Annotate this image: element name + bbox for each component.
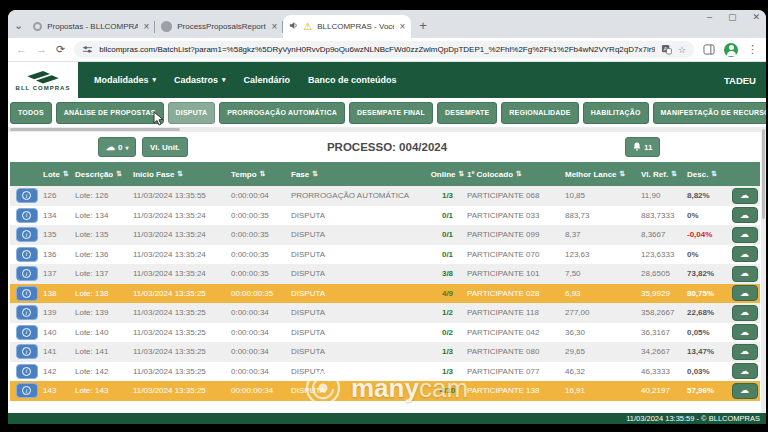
tab-close-icon[interactable]: × <box>271 21 277 32</box>
chat-count-button[interactable]: ☁ 0 ▾ <box>98 137 136 157</box>
cell-lote: 141 <box>40 347 72 356</box>
info-button[interactable]: i <box>16 266 38 281</box>
cell-fase: DISPUTA <box>288 269 428 278</box>
reload-icon[interactable]: ⟳ <box>56 44 65 55</box>
chat-button[interactable]: ☁ <box>732 383 758 399</box>
table-row[interactable]: i 136 Lote: 136 11/03/2024 13:35:24 0:00… <box>10 245 760 265</box>
address-bar-row: ← → ⟳ bllcompras.com/BatchList?param1=%5… <box>8 38 766 62</box>
cell-inicio-fase: 11/03/2024 13:35:25 <box>130 289 228 298</box>
browser-tab-propostas[interactable]: Propostas - BLLCOMPRAS × <box>27 15 155 38</box>
phase-tab-desempate-final[interactable]: DESEMPATE FINAL <box>349 102 433 124</box>
chat-button[interactable]: ☁ <box>732 227 758 243</box>
chat-button[interactable]: ☁ <box>732 363 758 379</box>
info-button[interactable]: i <box>16 227 38 242</box>
table-row[interactable]: i 142 Lote: 142 11/03/2024 13:35:25 0:00… <box>10 362 760 382</box>
info-button[interactable]: i <box>16 305 38 320</box>
vl-unit-button[interactable]: Vl. Unit. <box>142 137 188 157</box>
info-button[interactable]: i <box>16 344 38 359</box>
chat-button[interactable]: ☁ <box>732 246 758 262</box>
notifications-button[interactable]: 11 <box>625 137 660 157</box>
table-row[interactable]: i 135 Lote: 135 11/03/2024 13:35:24 0:00… <box>10 225 760 245</box>
chat-button[interactable]: ☁ <box>732 344 758 360</box>
status-bar: 11/03/2024 13:35:59 - © BLLCOMPRAS <box>8 413 766 424</box>
chat-button[interactable]: ☁ <box>732 305 758 321</box>
table-row[interactable]: i 139 Lote: 139 11/03/2024 13:35:25 0:00… <box>10 303 760 323</box>
side-panel-icon[interactable] <box>703 41 715 59</box>
nav-banco-de-conteudos[interactable]: Banco de conteúdos <box>308 75 397 85</box>
cell-vl-ref: 40,2197 <box>638 386 684 395</box>
info-button[interactable]: i <box>16 364 38 379</box>
phase-tab-desempate[interactable]: DESEMPATE <box>437 102 497 124</box>
phase-tab-disputa[interactable]: DISPUTA <box>168 102 216 124</box>
sort-icon: ⇅ <box>260 170 266 178</box>
col-header-online[interactable]: Online⇅ <box>428 170 464 179</box>
table-row[interactable]: i 137 Lote: 137 11/03/2024 13:35:24 0:00… <box>10 264 760 284</box>
mouse-cursor <box>152 111 165 131</box>
info-button[interactable]: i <box>16 247 38 262</box>
new-tab-button[interactable]: + <box>419 18 427 33</box>
col-header-vl-ref[interactable]: Vl. Ref.⇅ <box>638 170 684 179</box>
chat-cloud-icon: ☁ <box>740 289 749 298</box>
nav-calendario[interactable]: Calendário <box>244 75 291 85</box>
phase-tab-prorrogacao-automatica[interactable]: PRORROGAÇÃO AUTOMÁTICA <box>219 102 345 124</box>
cell-online: 3/8 <box>428 269 464 278</box>
col-header-melhor-lance[interactable]: Melhor Lance⇅ <box>562 170 638 179</box>
browser-tab-active-bllcompras[interactable]: ⚠ BLLCOMPRAS - Você tem 1 × <box>283 15 411 38</box>
phase-tab-regionalidade[interactable]: REGIONALIDADE <box>501 102 578 124</box>
col-header-desc[interactable]: Desc.⇅ <box>684 170 726 179</box>
menu-dots-icon[interactable]: ⋮ <box>747 44 758 55</box>
profile-avatar[interactable] <box>724 43 738 57</box>
nav-modalidades[interactable]: Modalidades ▾ <box>94 75 156 85</box>
info-button[interactable]: i <box>16 208 38 223</box>
col-header-inicio-fase[interactable]: Início Fase⇅ <box>130 170 228 179</box>
maximize-button[interactable]: ▢ <box>728 12 737 22</box>
phase-tab-analise-de-propostas[interactable]: ANÁLISE DE PROPOSTAS <box>56 102 164 124</box>
address-bar[interactable]: bllcompras.com/BatchList?param1=%58gkz%5… <box>74 41 694 58</box>
table-row[interactable]: i 140 Lote: 140 11/03/2024 13:35:25 0:00… <box>10 323 760 343</box>
browser-tab-report[interactable]: ProcessProposalsReport × <box>155 15 283 38</box>
tab-search-chevron-icon[interactable]: ⌄ <box>14 19 23 32</box>
process-toolbar: ☁ 0 ▾ Vl. Unit. PROCESSO: 004/2024 11 <box>8 132 766 162</box>
chat-button[interactable]: ☁ <box>732 285 758 301</box>
table-row[interactable]: i 138 Lote: 138 11/03/2024 13:35:25 00:0… <box>10 284 760 304</box>
chat-button[interactable]: ☁ <box>732 207 758 223</box>
info-button[interactable]: i <box>16 286 38 301</box>
window-close-button[interactable]: ✕ <box>752 12 760 22</box>
chat-button[interactable]: ☁ <box>732 188 758 204</box>
cell-vl-ref: 358,2667 <box>638 308 684 317</box>
back-icon[interactable]: ← <box>16 44 27 55</box>
col-header-descricao[interactable]: Descrição⇅ <box>72 170 130 179</box>
vertical-scrollbar[interactable] <box>761 127 766 413</box>
col-header-colocado[interactable]: 1º Colocado⇅ <box>464 170 562 179</box>
info-button[interactable]: i <box>16 188 38 203</box>
user-menu[interactable]: TADEU <box>724 75 756 86</box>
tab-close-icon[interactable]: × <box>143 21 149 32</box>
table-row[interactable]: i 141 Lote: 141 11/03/2024 13:35:25 0:00… <box>10 342 760 362</box>
forward-icon[interactable]: → <box>36 44 47 55</box>
nav-cadastros[interactable]: Cadastros ▾ <box>174 75 226 85</box>
col-header-tempo[interactable]: Tempo⇅ <box>228 170 288 179</box>
col-header-fase[interactable]: Fase⇅ <box>288 170 428 179</box>
site-info-tune-icon[interactable] <box>82 41 93 59</box>
tab-close-icon[interactable]: × <box>399 21 405 32</box>
cell-desc-percent: 22,68% <box>684 308 726 317</box>
sort-icon: ⇅ <box>459 170 465 178</box>
phase-tab-todos[interactable]: TODOS <box>10 102 52 124</box>
bll-logo[interactable]: BLL COMPRAS <box>8 62 78 98</box>
chat-button[interactable]: ☁ <box>732 266 758 282</box>
cell-lote: 126 <box>40 191 72 200</box>
info-button[interactable]: i <box>16 383 38 398</box>
scrollbar-thumb[interactable] <box>762 129 765 219</box>
table-row[interactable]: i 134 Lote: 134 11/03/2024 13:35:24 0:00… <box>10 206 760 226</box>
phase-tab-manifestacao-de-recursos[interactable]: MANIFESTAÇÃO DE RECURSOS <box>653 102 766 124</box>
chat-button[interactable]: ☁ <box>732 324 758 340</box>
minimize-button[interactable]: – <box>707 12 712 22</box>
phase-tab-habilitacao[interactable]: HABILITAÇÃO <box>583 102 649 124</box>
info-button[interactable]: i <box>16 325 38 340</box>
table-row[interactable]: i 143 Lote: 143 11/03/2024 13:35:25 00:0… <box>10 381 760 401</box>
table-row[interactable]: i 126 Lote: 126 11/03/2024 13:35:55 0:00… <box>10 186 760 206</box>
col-header-lote[interactable]: Lote⇅ <box>40 170 72 179</box>
translate-icon[interactable]: A <box>661 41 672 59</box>
cell-primeiro-colocado: PARTICIPANTE 101 <box>464 269 562 278</box>
bookmark-star-icon[interactable]: ☆ <box>678 45 686 55</box>
